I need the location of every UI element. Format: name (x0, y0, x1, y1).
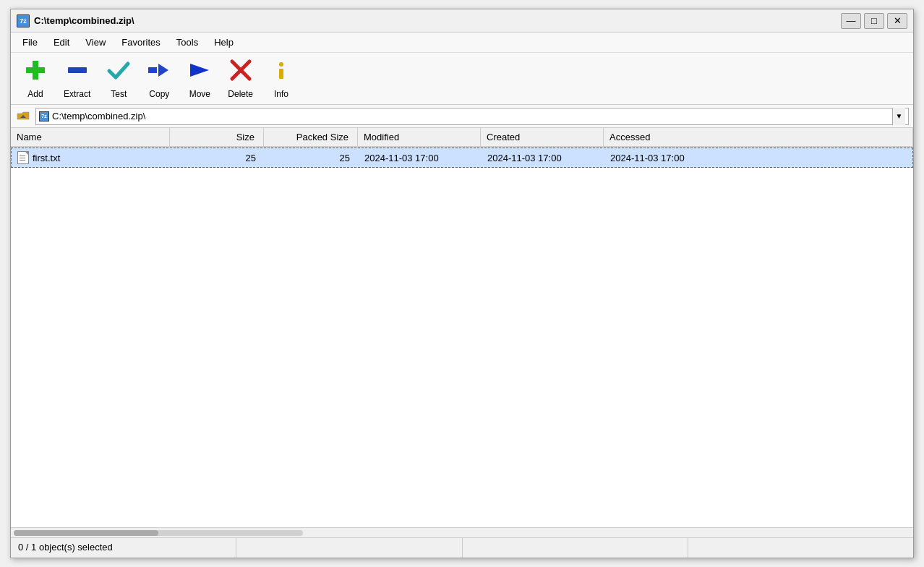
close-button[interactable]: ✕ (887, 13, 907, 29)
menu-help[interactable]: Help (207, 35, 241, 50)
col-header-created[interactable]: Created (481, 128, 604, 146)
file-created-cell: 2024-11-03 17:00 (482, 150, 604, 166)
file-type-icon (17, 151, 29, 164)
status-selection: 0 / 1 object(s) selected (11, 538, 236, 558)
status-bar: 0 / 1 object(s) selected (11, 537, 913, 558)
add-icon (23, 58, 48, 86)
menu-view[interactable]: View (78, 35, 113, 50)
toolbar: Add Extract Test (11, 53, 913, 105)
copy-button[interactable]: Copy (140, 54, 178, 103)
add-label: Add (27, 89, 43, 99)
minimize-button[interactable]: — (841, 13, 861, 29)
file-accessed-cell: 2024-11-03 17:00 (604, 150, 912, 166)
delete-label: Delete (228, 89, 253, 99)
status-seg2 (236, 538, 462, 558)
test-label: Test (111, 89, 127, 99)
title-bar-controls: — □ ✕ (841, 13, 907, 29)
copy-icon (147, 58, 171, 86)
status-seg4 (688, 538, 913, 558)
delete-button[interactable]: Delete (221, 54, 260, 103)
copy-label: Copy (149, 89, 169, 99)
col-header-accessed[interactable]: Accessed (604, 128, 913, 146)
extract-icon (65, 58, 90, 86)
file-list-header: Name Size Packed Size Modified Created A… (11, 128, 913, 148)
address-bar: 7z ▼ (11, 105, 913, 128)
col-header-modified[interactable]: Modified (358, 128, 481, 146)
file-icon-line (20, 160, 25, 161)
col-header-size[interactable]: Size (170, 128, 264, 146)
move-label: Move (189, 89, 210, 99)
menu-tools[interactable]: Tools (169, 35, 205, 50)
file-list-container[interactable]: Name Size Packed Size Modified Created A… (11, 128, 913, 527)
svg-rect-9 (279, 69, 283, 79)
menu-bar: File Edit View Favorites Tools Help (11, 33, 913, 53)
back-button[interactable] (15, 108, 31, 124)
address-dropdown-button[interactable]: ▼ (892, 108, 905, 125)
file-icon-line (20, 158, 25, 158)
horizontal-scrollbar[interactable] (11, 527, 913, 537)
col-header-name[interactable]: Name (11, 128, 170, 146)
svg-rect-1 (26, 67, 45, 73)
file-size-cell: 25 (171, 150, 265, 166)
svg-rect-2 (68, 67, 87, 73)
svg-rect-3 (148, 67, 157, 73)
file-icon-line (20, 155, 25, 156)
file-modified-cell: 2024-11-03 17:00 (359, 150, 482, 166)
info-label: Info (274, 89, 288, 99)
app-icon: 7z (17, 14, 30, 27)
svg-marker-4 (158, 64, 168, 77)
menu-edit[interactable]: Edit (46, 35, 77, 50)
extract-label: Extract (64, 89, 90, 99)
window-title: C:\temp\combined.zip\ (34, 15, 134, 26)
title-bar: 7z C:\temp\combined.zip\ — □ ✕ (11, 9, 913, 33)
file-packed-size-cell: 25 (265, 150, 359, 166)
file-name-cell: first.txt (12, 148, 171, 167)
file-name: first.txt (33, 153, 60, 163)
main-window: 7z C:\temp\combined.zip\ — □ ✕ File Edit… (10, 9, 914, 558)
file-icon-lines (20, 155, 25, 161)
delete-icon (228, 58, 253, 86)
menu-favorites[interactable]: Favorites (114, 35, 167, 50)
status-seg3 (463, 538, 688, 558)
table-row[interactable]: first.txt 25 25 2024-11-03 17:00 2024-11… (11, 148, 913, 168)
restore-button[interactable]: □ (864, 13, 884, 29)
info-icon (269, 58, 294, 86)
address-input[interactable] (52, 111, 889, 122)
add-button[interactable]: Add (17, 54, 54, 103)
info-button[interactable]: Info (262, 54, 300, 103)
svg-point-8 (279, 62, 283, 67)
scrollbar-track (14, 530, 303, 536)
move-icon (187, 58, 212, 86)
address-input-wrap: 7z ▼ (35, 108, 909, 125)
col-header-packed-size[interactable]: Packed Size (264, 128, 358, 146)
move-button[interactable]: Move (181, 54, 218, 103)
title-bar-left: 7z C:\temp\combined.zip\ (17, 14, 134, 27)
test-button[interactable]: Test (100, 54, 137, 103)
scrollbar-thumb[interactable] (14, 530, 158, 536)
test-icon (106, 58, 131, 86)
extract-button[interactable]: Extract (57, 54, 97, 103)
address-app-icon: 7z (39, 111, 49, 122)
menu-file[interactable]: File (15, 35, 45, 50)
svg-marker-5 (190, 64, 209, 77)
